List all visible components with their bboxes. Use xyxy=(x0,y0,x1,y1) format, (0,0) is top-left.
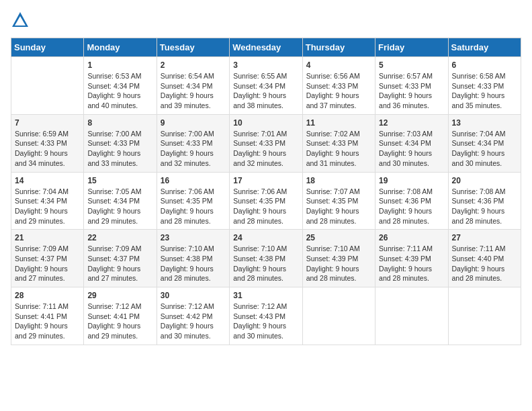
logo xyxy=(11,11,32,30)
day-number: 12 xyxy=(379,118,444,128)
calendar-day-cell: 19Sunrise: 7:08 AMSunset: 4:36 PMDayligh… xyxy=(375,172,448,230)
calendar-week-row: 1Sunrise: 6:53 AMSunset: 4:34 PMDaylight… xyxy=(11,57,521,115)
day-of-week-header: Friday xyxy=(375,38,448,57)
day-info: Sunrise: 7:03 AMSunset: 4:34 PMDaylight:… xyxy=(379,129,444,169)
calendar-day-cell: 30Sunrise: 7:12 AMSunset: 4:42 PMDayligh… xyxy=(157,287,229,345)
day-number: 31 xyxy=(233,291,298,300)
day-number: 1 xyxy=(87,60,152,70)
calendar-day-cell: 15Sunrise: 7:05 AMSunset: 4:34 PMDayligh… xyxy=(84,172,157,230)
calendar-day-cell xyxy=(302,287,375,345)
day-of-week-header: Monday xyxy=(84,38,157,57)
day-number: 23 xyxy=(161,233,226,242)
day-info: Sunrise: 7:10 AMSunset: 4:38 PMDaylight:… xyxy=(233,244,298,283)
calendar-day-cell: 13Sunrise: 7:04 AMSunset: 4:34 PMDayligh… xyxy=(448,114,521,172)
calendar-day-cell: 21Sunrise: 7:09 AMSunset: 4:37 PMDayligh… xyxy=(11,230,84,287)
day-number: 27 xyxy=(452,233,517,242)
day-info: Sunrise: 6:55 AMSunset: 4:34 PMDaylight:… xyxy=(233,71,298,111)
calendar-day-cell: 5Sunrise: 6:57 AMSunset: 4:33 PMDaylight… xyxy=(375,57,448,115)
calendar-week-row: 14Sunrise: 7:04 AMSunset: 4:34 PMDayligh… xyxy=(11,172,521,230)
day-of-week-header: Thursday xyxy=(302,38,375,57)
calendar-day-cell xyxy=(375,287,448,345)
calendar-day-cell: 14Sunrise: 7:04 AMSunset: 4:34 PMDayligh… xyxy=(11,172,84,230)
day-info: Sunrise: 7:00 AMSunset: 4:33 PMDaylight:… xyxy=(87,129,152,169)
calendar-day-cell: 1Sunrise: 6:53 AMSunset: 4:34 PMDaylight… xyxy=(84,57,157,115)
day-of-week-header: Sunday xyxy=(11,38,84,57)
day-info: Sunrise: 7:11 AMSunset: 4:41 PMDaylight:… xyxy=(15,302,80,341)
day-info: Sunrise: 6:54 AMSunset: 4:34 PMDaylight:… xyxy=(161,71,226,111)
day-info: Sunrise: 7:08 AMSunset: 4:36 PMDaylight:… xyxy=(379,187,444,226)
day-info: Sunrise: 7:11 AMSunset: 4:40 PMDaylight:… xyxy=(452,244,517,283)
calendar-header-row: SundayMondayTuesdayWednesdayThursdayFrid… xyxy=(11,38,521,57)
day-info: Sunrise: 7:10 AMSunset: 4:39 PMDaylight:… xyxy=(306,244,371,283)
day-info: Sunrise: 7:12 AMSunset: 4:43 PMDaylight:… xyxy=(233,302,298,341)
day-number: 19 xyxy=(379,176,444,185)
day-number: 30 xyxy=(161,291,226,300)
calendar-day-cell: 16Sunrise: 7:06 AMSunset: 4:35 PMDayligh… xyxy=(157,172,229,230)
calendar-day-cell xyxy=(11,57,84,115)
calendar-week-row: 28Sunrise: 7:11 AMSunset: 4:41 PMDayligh… xyxy=(11,287,521,345)
page-header xyxy=(11,11,521,30)
day-info: Sunrise: 7:08 AMSunset: 4:36 PMDaylight:… xyxy=(452,187,517,226)
calendar-day-cell: 2Sunrise: 6:54 AMSunset: 4:34 PMDaylight… xyxy=(157,57,229,115)
day-number: 15 xyxy=(87,176,152,185)
day-number: 22 xyxy=(87,233,152,242)
day-info: Sunrise: 7:11 AMSunset: 4:39 PMDaylight:… xyxy=(379,244,444,283)
calendar-day-cell: 17Sunrise: 7:06 AMSunset: 4:35 PMDayligh… xyxy=(230,172,302,230)
calendar-week-row: 21Sunrise: 7:09 AMSunset: 4:37 PMDayligh… xyxy=(11,230,521,287)
logo-icon xyxy=(11,11,30,30)
day-number: 18 xyxy=(306,176,371,185)
day-info: Sunrise: 7:04 AMSunset: 4:34 PMDaylight:… xyxy=(15,187,80,226)
calendar-day-cell: 25Sunrise: 7:10 AMSunset: 4:39 PMDayligh… xyxy=(302,230,375,287)
calendar-day-cell: 26Sunrise: 7:11 AMSunset: 4:39 PMDayligh… xyxy=(375,230,448,287)
calendar-day-cell: 10Sunrise: 7:01 AMSunset: 4:33 PMDayligh… xyxy=(230,114,302,172)
day-number: 3 xyxy=(233,60,298,70)
day-number: 29 xyxy=(87,291,152,300)
day-of-week-header: Tuesday xyxy=(157,38,229,57)
day-number: 13 xyxy=(452,118,517,128)
day-info: Sunrise: 6:56 AMSunset: 4:33 PMDaylight:… xyxy=(306,71,371,111)
day-info: Sunrise: 7:02 AMSunset: 4:33 PMDaylight:… xyxy=(306,129,371,169)
calendar-day-cell: 22Sunrise: 7:09 AMSunset: 4:37 PMDayligh… xyxy=(84,230,157,287)
day-info: Sunrise: 7:05 AMSunset: 4:34 PMDaylight:… xyxy=(87,187,152,226)
calendar-day-cell: 23Sunrise: 7:10 AMSunset: 4:38 PMDayligh… xyxy=(157,230,229,287)
day-info: Sunrise: 7:07 AMSunset: 4:35 PMDaylight:… xyxy=(306,187,371,226)
calendar-table: SundayMondayTuesdayWednesdayThursdayFrid… xyxy=(11,38,521,345)
calendar-week-row: 7Sunrise: 6:59 AMSunset: 4:33 PMDaylight… xyxy=(11,114,521,172)
day-number: 17 xyxy=(233,176,298,185)
day-number: 4 xyxy=(306,60,371,70)
calendar-day-cell: 7Sunrise: 6:59 AMSunset: 4:33 PMDaylight… xyxy=(11,114,84,172)
calendar-day-cell: 11Sunrise: 7:02 AMSunset: 4:33 PMDayligh… xyxy=(302,114,375,172)
calendar-day-cell: 18Sunrise: 7:07 AMSunset: 4:35 PMDayligh… xyxy=(302,172,375,230)
day-info: Sunrise: 6:53 AMSunset: 4:34 PMDaylight:… xyxy=(87,71,152,111)
day-info: Sunrise: 6:58 AMSunset: 4:33 PMDaylight:… xyxy=(452,71,517,111)
day-of-week-header: Wednesday xyxy=(230,38,302,57)
day-number: 26 xyxy=(379,233,444,242)
day-info: Sunrise: 7:01 AMSunset: 4:33 PMDaylight:… xyxy=(233,129,298,169)
day-number: 10 xyxy=(233,118,298,128)
calendar-day-cell: 8Sunrise: 7:00 AMSunset: 4:33 PMDaylight… xyxy=(84,114,157,172)
day-number: 21 xyxy=(15,233,80,242)
calendar-day-cell: 31Sunrise: 7:12 AMSunset: 4:43 PMDayligh… xyxy=(230,287,302,345)
calendar-day-cell: 4Sunrise: 6:56 AMSunset: 4:33 PMDaylight… xyxy=(302,57,375,115)
day-info: Sunrise: 7:12 AMSunset: 4:41 PMDaylight:… xyxy=(87,302,152,341)
calendar-day-cell: 28Sunrise: 7:11 AMSunset: 4:41 PMDayligh… xyxy=(11,287,84,345)
day-info: Sunrise: 7:12 AMSunset: 4:42 PMDaylight:… xyxy=(161,302,226,341)
day-info: Sunrise: 7:04 AMSunset: 4:34 PMDaylight:… xyxy=(452,129,517,169)
day-number: 5 xyxy=(379,60,444,70)
calendar-day-cell: 6Sunrise: 6:58 AMSunset: 4:33 PMDaylight… xyxy=(448,57,521,115)
day-info: Sunrise: 7:09 AMSunset: 4:37 PMDaylight:… xyxy=(15,244,80,283)
day-number: 6 xyxy=(452,60,517,70)
day-number: 9 xyxy=(161,118,226,128)
day-info: Sunrise: 6:59 AMSunset: 4:33 PMDaylight:… xyxy=(15,129,80,169)
calendar-day-cell: 24Sunrise: 7:10 AMSunset: 4:38 PMDayligh… xyxy=(230,230,302,287)
calendar-day-cell: 27Sunrise: 7:11 AMSunset: 4:40 PMDayligh… xyxy=(448,230,521,287)
calendar-day-cell: 9Sunrise: 7:00 AMSunset: 4:33 PMDaylight… xyxy=(157,114,229,172)
day-info: Sunrise: 6:57 AMSunset: 4:33 PMDaylight:… xyxy=(379,71,444,111)
day-info: Sunrise: 7:06 AMSunset: 4:35 PMDaylight:… xyxy=(161,187,226,226)
day-number: 14 xyxy=(15,176,80,185)
day-info: Sunrise: 7:09 AMSunset: 4:37 PMDaylight:… xyxy=(87,244,152,283)
calendar-day-cell: 29Sunrise: 7:12 AMSunset: 4:41 PMDayligh… xyxy=(84,287,157,345)
day-info: Sunrise: 7:00 AMSunset: 4:33 PMDaylight:… xyxy=(161,129,226,169)
day-info: Sunrise: 7:10 AMSunset: 4:38 PMDaylight:… xyxy=(161,244,226,283)
day-number: 16 xyxy=(161,176,226,185)
